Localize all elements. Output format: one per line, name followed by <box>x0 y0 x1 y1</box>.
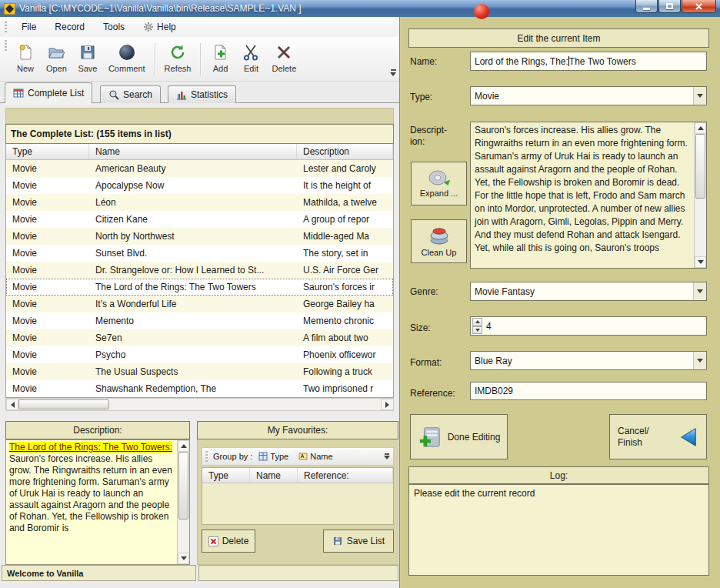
group-by-label: Group by : <box>213 452 252 461</box>
tab-statistics[interactable]: Statistics <box>168 85 236 103</box>
description-textarea[interactable]: Sauron's forces increase. His allies gro… <box>470 122 707 269</box>
cell-description: The story, set in <box>297 248 393 259</box>
clean-up-button[interactable]: Clean Up <box>411 219 467 263</box>
group-toolbar-overflow[interactable] <box>384 453 390 459</box>
column-header-description[interactable]: Description <box>297 144 393 159</box>
chevron-down-icon[interactable] <box>693 352 706 369</box>
tab-complete-list-label: Complete List <box>28 88 84 99</box>
minimize-button[interactable] <box>635 0 658 13</box>
table-row[interactable]: MovieLéonMathilda, a twelve <box>6 194 393 211</box>
scroll-up-button[interactable] <box>695 122 706 134</box>
table-row[interactable]: MovieSe7enA film about two <box>6 329 393 346</box>
tab-complete-list[interactable]: Complete List <box>5 82 92 103</box>
red-indicator <box>474 4 489 19</box>
scrollbar-thumb[interactable] <box>18 399 109 409</box>
expand-button[interactable]: Expand ... <box>411 162 467 205</box>
description-highlighted-title: The Lord of the Rings: The Two Towers: <box>9 442 172 453</box>
genre-dropdown[interactable]: Movie Fantasy <box>470 282 707 301</box>
stepper-up-button[interactable] <box>472 318 482 326</box>
menu-tools[interactable]: Tools <box>96 19 132 35</box>
done-editing-button[interactable]: Done Editing <box>410 414 508 459</box>
scroll-down-button[interactable] <box>178 553 189 564</box>
column-header-name[interactable]: Name <box>89 144 297 159</box>
table-row[interactable]: MovieDr. Strangelove or: How I Learned t… <box>6 262 393 279</box>
scroll-up-button[interactable] <box>178 440 189 452</box>
column-header-type[interactable]: Type <box>6 144 89 159</box>
table-row[interactable]: MovieThe Usual SuspectsFollowing a truck <box>6 363 393 380</box>
table-row[interactable]: MovieIt's a Wonderful LifeGeorge Bailey … <box>6 296 393 312</box>
log-header: Log: <box>408 466 709 484</box>
fav-column-type[interactable]: Type <box>202 468 250 483</box>
fav-column-reference[interactable]: Reference: <box>298 468 393 483</box>
table-row[interactable]: MovieSunset Blvd.The story, set in <box>6 245 393 262</box>
scrollbar-thumb[interactable] <box>178 452 188 520</box>
table-row-selected[interactable]: MovieThe Lord of the Rings: The Two Towe… <box>6 279 393 296</box>
horizontal-scrollbar[interactable] <box>5 398 394 411</box>
type-dropdown[interactable]: Movie <box>470 86 707 105</box>
format-dropdown[interactable]: Blue Ray <box>470 351 707 370</box>
fav-column-name[interactable]: Name <box>250 468 298 483</box>
cell-description: Sauron's forces ir <box>297 282 393 292</box>
refresh-button[interactable]: Refesh <box>159 40 197 75</box>
cell-name: Shawshank Redemption, The <box>89 383 297 394</box>
group-by-name-button[interactable]: Name <box>295 450 336 463</box>
description-scrollbar[interactable] <box>177 440 189 564</box>
cell-name: The Usual Suspects <box>89 366 297 377</box>
table-row[interactable]: MoviePsychoPhoenix officewor <box>6 346 393 363</box>
edit-panel-header-label: Edit the current Item <box>517 33 600 44</box>
cell-type: Movie <box>6 349 89 360</box>
delete-button[interactable]: Delete <box>266 40 302 75</box>
title-bar[interactable]: Vanilla [C:\MYCODE~1\Vanilla\Vanilla\bin… <box>0 0 720 17</box>
app-icon[interactable] <box>4 3 15 15</box>
table-row[interactable]: MovieShawshank Redemption, TheTwo impris… <box>6 380 393 397</box>
stepper-down-button[interactable] <box>472 326 482 335</box>
close-button[interactable] <box>682 0 716 13</box>
menu-record[interactable]: Record <box>48 19 92 35</box>
cell-type: Movie <box>6 299 89 309</box>
cancel-finish-button[interactable]: Cancel/ Finish <box>609 414 707 459</box>
maximize-button[interactable] <box>658 0 681 13</box>
cell-name: It's a Wonderful Life <box>89 299 297 309</box>
edit-scissors-icon <box>241 42 261 62</box>
description-textarea-scrollbar[interactable] <box>694 122 706 268</box>
table-row[interactable]: MovieAmerican BeautyLester and Caroly <box>6 160 393 177</box>
scroll-left-button[interactable] <box>6 399 18 410</box>
menu-file[interactable]: File <box>15 19 43 35</box>
tab-search[interactable]: Search <box>100 85 161 103</box>
group-by-type-button[interactable]: Type <box>255 450 292 463</box>
save-list-icon <box>332 536 343 546</box>
scroll-down-button[interactable] <box>695 256 706 268</box>
scroll-right-button[interactable] <box>381 399 393 410</box>
table-row[interactable]: MovieApocalypse NowIt is the height of <box>6 177 393 194</box>
name-field[interactable]: Lord of the Rings, The: The Two Towers <box>470 52 707 71</box>
description-value: Sauron's forces increase. His allies gro… <box>471 122 694 268</box>
comment-button[interactable]: Comment <box>103 40 151 75</box>
cell-type: Movie <box>6 163 89 174</box>
table-row[interactable]: MovieNorth by NorthwestMiddle-aged Ma <box>6 228 393 245</box>
save-list-button[interactable]: Save List <box>323 530 394 553</box>
cell-name: Psycho <box>89 349 297 360</box>
format-value: Blue Ray <box>475 356 512 366</box>
reference-field[interactable]: IMDB029 <box>470 382 707 400</box>
table-row[interactable]: MovieMementoMemento chronic <box>6 312 393 329</box>
edit-button[interactable]: Edit <box>235 40 266 75</box>
progress-bar <box>198 565 398 581</box>
cell-type: Movie <box>6 214 89 225</box>
toolbar-overflow[interactable] <box>388 68 398 80</box>
open-button[interactable]: Open <box>41 40 72 75</box>
scrollbar-thumb[interactable] <box>695 134 705 199</box>
status-bar: Welcome to Vanilla <box>2 565 196 581</box>
table-row[interactable]: MovieCitizen KaneA group of repor <box>6 211 393 228</box>
favourites-delete-button[interactable]: Delete <box>202 530 255 553</box>
menu-help[interactable]: Help <box>136 19 183 35</box>
log-textarea[interactable]: Please edit the current record <box>408 484 709 576</box>
chevron-down-icon[interactable] <box>693 87 706 105</box>
new-button[interactable]: New <box>10 40 41 75</box>
chevron-down-icon[interactable] <box>693 282 706 300</box>
add-button[interactable]: Add <box>205 40 235 75</box>
save-button[interactable]: Save <box>72 40 103 75</box>
new-button-label: New <box>17 64 34 73</box>
size-stepper[interactable]: 4 <box>470 316 707 336</box>
save-disk-icon <box>78 42 98 62</box>
toolbar-grip <box>5 40 7 51</box>
